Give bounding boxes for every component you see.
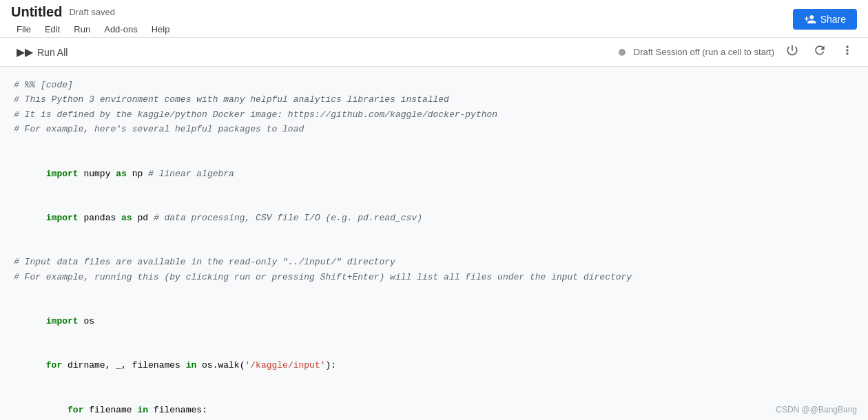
code-cell[interactable]: # %% [code] # This Python 3 environment …: [0, 78, 868, 420]
run-all-icon: ▶▶: [17, 45, 33, 59]
code-line: # Input data files are available in the …: [14, 255, 854, 269]
code-line: for dirname, _, filenames in os.walk('/k…: [14, 344, 854, 388]
code-line: # It is defined by the kaggle/python Doc…: [14, 107, 854, 122]
share-button[interactable]: Share: [793, 9, 857, 30]
menu-bar: File Edit Run Add-ons Help: [11, 21, 175, 37]
header-right: Share: [793, 9, 857, 32]
header: Untitled Draft saved File Edit Run Add-o…: [0, 0, 868, 38]
more-options-icon[interactable]: [838, 41, 857, 63]
code-line: # For example, here's several helpful pa…: [14, 122, 854, 136]
code-line-blank: [14, 284, 854, 299]
code-line-blank: [14, 240, 854, 255]
refresh-icon[interactable]: [810, 41, 829, 63]
code-line: # This Python 3 environment comes with m…: [14, 92, 854, 107]
code-line: for filename in filenames:: [14, 388, 854, 420]
toolbar-left: ▶▶ Run All: [11, 43, 73, 61]
draft-status: Draft saved: [69, 7, 114, 17]
menu-run[interactable]: Run: [68, 21, 96, 37]
run-all-button[interactable]: ▶▶ Run All: [11, 43, 73, 61]
code-line: import pandas as pd # data processing, C…: [14, 196, 854, 240]
power-icon[interactable]: [783, 41, 802, 63]
toolbar-right: Draft Session off (run a cell to start): [619, 41, 857, 63]
title-row: Untitled Draft saved: [11, 4, 175, 20]
session-status-text: Draft Session off (run a cell to start): [634, 47, 774, 57]
code-line: import numpy as np # linear algebra: [14, 151, 854, 196]
watermark: CSDN @@BangBang: [776, 405, 857, 414]
code-area: # %% [code] # This Python 3 environment …: [0, 67, 868, 420]
menu-edit[interactable]: Edit: [39, 21, 65, 37]
code-line: import os: [14, 300, 854, 344]
code-line-blank: [14, 137, 854, 151]
menu-file[interactable]: File: [11, 21, 37, 37]
session-status-dot: [619, 49, 626, 56]
notebook-title[interactable]: Untitled: [11, 4, 62, 20]
person-add-icon: [804, 13, 816, 25]
menu-help[interactable]: Help: [146, 21, 176, 37]
menu-addons[interactable]: Add-ons: [99, 21, 143, 37]
toolbar: ▶▶ Run All Draft Session off (run a cell…: [0, 38, 868, 67]
code-line: # %% [code]: [14, 78, 854, 92]
code-line: # For example, running this (by clicking…: [14, 270, 854, 284]
share-label: Share: [820, 14, 846, 25]
header-left: Untitled Draft saved File Edit Run Add-o…: [11, 4, 175, 37]
run-all-label: Run All: [37, 47, 68, 58]
